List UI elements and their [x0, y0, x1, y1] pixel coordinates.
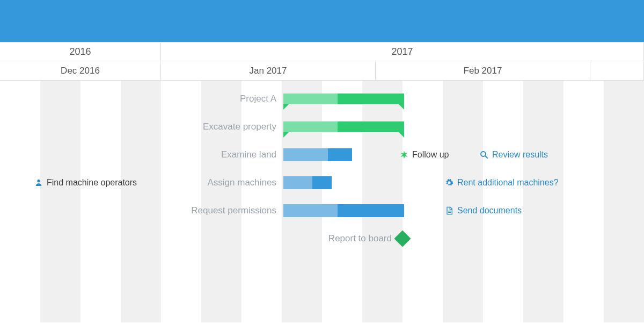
note-text: Find machine operators [47, 178, 137, 188]
note-text: Follow up [412, 150, 449, 160]
top-bar [0, 0, 644, 42]
month-label: Feb 2017 [464, 66, 502, 76]
note-text: Review results [492, 150, 548, 160]
year-label: 2017 [391, 46, 413, 58]
note-review-results[interactable]: Review results [479, 150, 548, 160]
search-icon [479, 150, 489, 160]
note-text: Rent additional machines? [457, 178, 559, 188]
svg-point-0 [481, 152, 486, 156]
row-label: Report to board [328, 233, 392, 244]
burst-icon [399, 150, 409, 160]
row-assign-machines[interactable]: Find machine operators Assign machines R… [0, 169, 644, 197]
header-years-row: 2016 2017 [0, 42, 644, 61]
row-request-permissions[interactable]: Request permissions Send documents [0, 197, 644, 225]
row-project-a[interactable]: Project A [0, 85, 644, 113]
group-bar[interactable] [283, 121, 404, 132]
month-cell-feb: Feb 2017 [376, 61, 590, 80]
gear-icon [444, 178, 454, 188]
group-bar[interactable] [283, 94, 404, 104]
milestone-diamond[interactable] [394, 230, 411, 247]
note-follow-up[interactable]: Follow up [399, 150, 449, 160]
note-rent-machines[interactable]: Rent additional machines? [444, 178, 559, 188]
group-progress [283, 121, 338, 132]
user-icon [34, 178, 43, 188]
gantt-rows: Project A Excavate property Examine land… [0, 85, 644, 253]
month-label: Dec 2016 [61, 66, 100, 76]
header-months-row: Dec 2016 Jan 2017 Feb 2017 [0, 61, 644, 81]
group-progress [283, 94, 338, 104]
task-progress [283, 176, 312, 189]
row-label: Assign machines [207, 177, 276, 188]
note-text: Send documents [457, 206, 522, 216]
row-label: Excavate property [203, 121, 276, 132]
task-progress [283, 148, 328, 161]
task-bar[interactable] [283, 176, 332, 189]
row-excavate-property[interactable]: Excavate property [0, 113, 644, 141]
year-label: 2016 [69, 46, 91, 58]
row-examine-land[interactable]: Examine land Follow up Review results [0, 141, 644, 169]
month-cell-dec: Dec 2016 [0, 61, 161, 80]
note-send-documents[interactable]: Send documents [444, 206, 522, 216]
year-cell-2016: 2016 [0, 42, 161, 61]
row-label: Request permissions [191, 205, 276, 216]
note-find-operators[interactable]: Find machine operators [34, 178, 137, 188]
task-bar[interactable] [283, 148, 352, 161]
month-cell-mar-partial [590, 61, 644, 80]
document-icon [444, 206, 454, 216]
month-label: Jan 2017 [250, 66, 287, 76]
row-label: Project A [240, 94, 276, 104]
row-label: Examine land [221, 149, 276, 160]
month-cell-jan: Jan 2017 [161, 61, 376, 80]
gantt-timeline[interactable]: Project A Excavate property Examine land… [0, 81, 644, 322]
svg-point-2 [37, 180, 40, 182]
row-report-to-board[interactable]: Report to board [0, 225, 644, 253]
task-bar[interactable] [283, 204, 404, 217]
task-progress [283, 204, 338, 217]
svg-line-1 [485, 156, 488, 159]
year-cell-2017: 2017 [161, 42, 644, 61]
